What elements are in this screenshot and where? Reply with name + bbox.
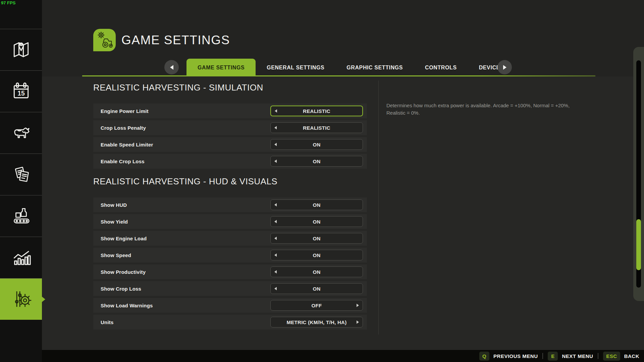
setting-label: Show Yield	[101, 214, 128, 229]
setting-row-crop-loss-penalty[interactable]: Crop Loss Penalty REALISTIC	[93, 120, 367, 135]
sidebar-item-map[interactable]	[0, 29, 42, 70]
setting-row-units[interactable]: Units METRIC (KM/H, T/H, HA)	[93, 315, 367, 329]
setting-row-show-productivity[interactable]: Show Productivity ON	[93, 264, 367, 279]
page-title: GAME SETTINGS	[121, 29, 230, 51]
sidebar: 15	[0, 0, 42, 362]
setting-description: Determines how much extra power is avail…	[386, 102, 574, 117]
setting-label: Show Crop Loss	[101, 281, 141, 296]
tab-underline	[82, 75, 595, 76]
statistics-icon	[11, 247, 32, 269]
footer-bar: Q PREVIOUS MENU E NEXT MENU ESC BACK	[0, 350, 644, 362]
setting-label: Show HUD	[101, 197, 127, 212]
setting-value: ON	[271, 233, 363, 243]
setting-value: METRIC (KM/H, T/H, HA)	[271, 317, 363, 327]
setting-row-show-engine-load[interactable]: Show Engine Load ON	[93, 231, 367, 246]
setting-control-enable-crop-loss[interactable]: ON	[270, 156, 363, 167]
setting-value: OFF	[271, 300, 363, 310]
page-icon	[93, 29, 116, 51]
setting-label: Show Engine Load	[101, 231, 147, 246]
footer-label: NEXT MENU	[562, 353, 593, 359]
setting-row-enable-speed-limiter[interactable]: Enable Speed Limiter ON	[93, 137, 367, 152]
content-divider	[378, 80, 379, 335]
setting-label: Enable Crop Loss	[101, 154, 145, 169]
scrollbar-thumb[interactable]	[636, 219, 641, 270]
setting-value: ON	[271, 267, 363, 277]
section-heading-hud-visuals: REALISTIC HARVESTING - HUD & VISUALS	[93, 176, 277, 187]
chevron-left-icon	[170, 65, 173, 70]
footer-previous-menu[interactable]: Q PREVIOUS MENU	[479, 352, 538, 361]
setting-value: ON	[271, 217, 363, 227]
active-menu-pointer-icon	[42, 297, 45, 302]
footer-back[interactable]: ESC BACK	[603, 352, 639, 361]
setting-label: Units	[101, 315, 114, 329]
contracts-icon	[11, 164, 32, 186]
setting-control-show-load-warnings[interactable]: OFF	[270, 300, 363, 311]
setting-label: Show Speed	[101, 248, 131, 262]
setting-label: Show Load Warnings	[101, 298, 153, 313]
chevron-right-icon	[503, 65, 506, 70]
setting-label: Engine Power Limit	[101, 104, 149, 118]
setting-value: REALISTIC	[271, 123, 363, 133]
fps-counter: 97 FPS	[1, 0, 15, 5]
setting-label: Show Productivity	[101, 264, 146, 279]
map-icon	[11, 39, 32, 61]
setting-row-engine-power-limit[interactable]: Engine Power Limit REALISTIC	[93, 104, 367, 118]
tab-general-settings[interactable]: GENERAL SETTINGS	[256, 59, 335, 76]
setting-control-show-crop-loss[interactable]: ON	[270, 283, 363, 294]
setting-label: Crop Loss Penalty	[101, 120, 146, 135]
footer-separator	[598, 353, 598, 359]
sidebar-item-animals[interactable]	[0, 112, 42, 154]
setting-row-show-speed[interactable]: Show Speed ON	[93, 248, 367, 262]
setting-value: REALISTIC	[271, 106, 362, 116]
increase-arrow-icon[interactable]	[357, 320, 359, 324]
footer-label: PREVIOUS MENU	[493, 353, 538, 359]
tab-bar: GAME SETTINGS GENERAL SETTINGS GRAPHIC S…	[186, 59, 515, 76]
tractor-gear-icon	[96, 31, 114, 50]
setting-control-crop-loss-penalty[interactable]: REALISTIC	[270, 122, 363, 133]
footer-next-menu[interactable]: E NEXT MENU	[548, 352, 593, 361]
footer-separator	[542, 353, 543, 359]
setting-control-show-engine-load[interactable]: ON	[270, 233, 363, 244]
setting-label: Enable Speed Limiter	[101, 137, 153, 152]
setting-value: ON	[271, 156, 363, 166]
tabs-next-button[interactable]	[497, 60, 512, 74]
key-badge-e: E	[548, 352, 558, 361]
setting-row-show-hud[interactable]: Show HUD ON	[93, 197, 367, 212]
settings-icon	[11, 288, 32, 310]
tab-controls[interactable]: CONTROLS	[414, 59, 468, 76]
key-badge-esc: ESC	[603, 352, 620, 361]
setting-value: ON	[271, 284, 363, 294]
setting-row-show-crop-loss[interactable]: Show Crop Loss ON	[93, 281, 367, 296]
setting-control-show-speed[interactable]: ON	[270, 250, 363, 260]
calendar-day: 15	[17, 89, 25, 97]
setting-control-show-productivity[interactable]: ON	[270, 266, 363, 277]
footer-label: BACK	[624, 353, 639, 359]
cow-icon	[11, 122, 32, 144]
setting-row-enable-crop-loss[interactable]: Enable Crop Loss ON	[93, 154, 367, 169]
section-heading-simulation: REALISTIC HARVESTING - SIMULATION	[93, 82, 263, 93]
calendar-icon: 15	[11, 80, 32, 103]
setting-control-show-hud[interactable]: ON	[270, 199, 363, 210]
tabs-prev-button[interactable]	[164, 60, 179, 74]
setting-row-show-yield[interactable]: Show Yield ON	[93, 214, 367, 229]
setting-value: ON	[271, 200, 363, 210]
sidebar-item-settings[interactable]	[0, 278, 42, 320]
setting-control-engine-power-limit[interactable]: REALISTIC	[270, 106, 363, 116]
tab-game-settings[interactable]: GAME SETTINGS	[186, 59, 256, 76]
sidebar-item-statistics[interactable]	[0, 237, 42, 278]
tab-graphic-settings[interactable]: GRAPHIC SETTINGS	[335, 59, 414, 76]
setting-value: ON	[271, 250, 363, 260]
sidebar-item-contracts[interactable]	[0, 154, 42, 195]
setting-control-show-yield[interactable]: ON	[270, 216, 363, 227]
sidebar-item-production[interactable]	[0, 195, 42, 237]
key-badge-q: Q	[479, 352, 489, 361]
setting-value: ON	[271, 139, 363, 149]
setting-row-show-load-warnings[interactable]: Show Load Warnings OFF	[93, 298, 367, 313]
production-icon	[11, 205, 32, 227]
setting-control-units[interactable]: METRIC (KM/H, T/H, HA)	[270, 317, 363, 327]
setting-control-enable-speed-limiter[interactable]: ON	[270, 139, 363, 150]
increase-arrow-icon[interactable]	[357, 304, 359, 307]
sidebar-item-calendar[interactable]: 15	[0, 70, 42, 112]
game-settings-screen: 97 FPS 15	[0, 0, 644, 362]
